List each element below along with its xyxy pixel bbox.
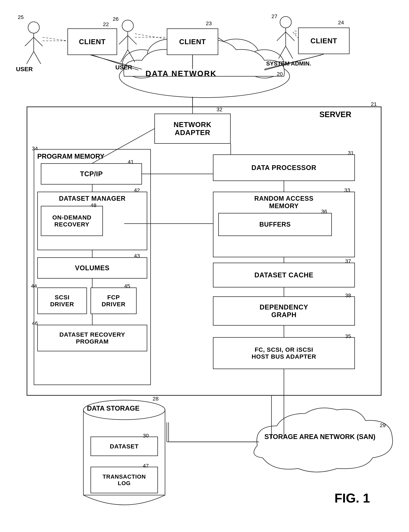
svg-line-17 bbox=[277, 32, 286, 41]
ref-45: 45 bbox=[124, 283, 130, 289]
client-23-box: CLIENT bbox=[167, 28, 218, 55]
ref-29: 29 bbox=[380, 422, 386, 428]
buffers-box: BUFFERS bbox=[218, 213, 332, 236]
fcp-driver-box: FCP DRIVER bbox=[91, 288, 137, 314]
svg-point-4 bbox=[213, 39, 259, 71]
svg-line-49 bbox=[43, 37, 67, 41]
label-user2: USER bbox=[115, 64, 132, 71]
ref-44: 44 bbox=[31, 283, 37, 289]
ref-47: 47 bbox=[143, 463, 149, 469]
fc-scsi-host-box: FC, SCSI, OR iSCSI HOST BUS ADAPTER bbox=[213, 337, 355, 369]
ref-42: 42 bbox=[134, 187, 140, 193]
ref-30: 30 bbox=[143, 433, 149, 439]
ref-38: 38 bbox=[345, 292, 351, 299]
svg-line-19 bbox=[279, 46, 286, 59]
dataset-recovery-box: DATASET RECOVERY PROGRAM bbox=[37, 325, 147, 351]
ref-26: 26 bbox=[113, 16, 119, 22]
label-storage-area-network: STORAGE AREA NETWORK (SAN) bbox=[264, 433, 362, 441]
svg-point-71 bbox=[28, 22, 39, 33]
ref-36: 36 bbox=[321, 208, 327, 215]
svg-line-15 bbox=[128, 50, 135, 62]
on-demand-recovery-box: ON-DEMAND RECOVERY bbox=[41, 206, 103, 236]
svg-point-72 bbox=[122, 20, 133, 31]
transaction-log-box: TRANSACTION LOG bbox=[91, 467, 158, 493]
svg-line-51 bbox=[293, 32, 298, 38]
label-server: SERVER bbox=[319, 110, 351, 119]
svg-line-9 bbox=[27, 51, 34, 64]
client-24-box: CLIENT bbox=[298, 28, 350, 54]
data-processor-box: DATA PROCESSOR bbox=[213, 154, 355, 181]
svg-line-14 bbox=[121, 50, 128, 62]
ref-34: 34 bbox=[32, 146, 38, 151]
ref-37: 37 bbox=[345, 258, 351, 264]
ref-32: 32 bbox=[216, 106, 222, 112]
ref-31: 31 bbox=[348, 150, 354, 156]
svg-line-7 bbox=[25, 37, 34, 46]
label-sysadmin: SYSTEM ADMIN. bbox=[266, 60, 311, 67]
network-adapter-box: NETWORK ADAPTER bbox=[154, 113, 231, 144]
tcpip-box: TCP/IP bbox=[41, 163, 142, 185]
label-data-network: DATA NETWORK bbox=[146, 69, 217, 78]
dataset-cache-box: DATASET CACHE bbox=[213, 263, 355, 288]
svg-line-10 bbox=[34, 51, 41, 64]
ref-27: 27 bbox=[271, 13, 277, 19]
label-user1: USER bbox=[16, 66, 33, 73]
ref-22: 22 bbox=[103, 21, 109, 27]
dependency-graph-box: DEPENDENCY GRAPH bbox=[213, 296, 355, 326]
ref-48: 48 bbox=[91, 202, 96, 208]
volumes-box: VOLUMES bbox=[37, 257, 147, 279]
svg-line-20 bbox=[286, 46, 293, 59]
svg-line-12 bbox=[119, 36, 128, 44]
svg-point-73 bbox=[280, 17, 291, 28]
ref-24: 24 bbox=[338, 19, 344, 26]
ref-23: 23 bbox=[206, 20, 212, 27]
svg-line-18 bbox=[286, 32, 295, 41]
client-22-box: CLIENT bbox=[67, 28, 117, 55]
dataset-box: DATASET bbox=[91, 437, 158, 456]
ref-35: 35 bbox=[345, 333, 351, 339]
label-program-memory: PROGRAM MEMORY bbox=[37, 153, 104, 160]
svg-line-13 bbox=[128, 36, 137, 44]
svg-line-50 bbox=[135, 34, 167, 39]
fig1-label: FIG. 1 bbox=[335, 491, 370, 505]
ref-20: 20 bbox=[277, 71, 283, 77]
scsi-driver-box: SCSI DRIVER bbox=[37, 288, 87, 314]
label-data-storage: DATA STORAGE bbox=[87, 405, 139, 412]
svg-line-8 bbox=[34, 37, 43, 46]
ref-43: 43 bbox=[134, 253, 140, 259]
ref-28: 28 bbox=[153, 396, 158, 402]
ref-46: 46 bbox=[32, 320, 38, 326]
ref-21: 21 bbox=[371, 101, 377, 107]
ref-25: 25 bbox=[18, 14, 24, 20]
ref-41: 41 bbox=[128, 159, 134, 165]
ref-33: 33 bbox=[344, 187, 350, 193]
